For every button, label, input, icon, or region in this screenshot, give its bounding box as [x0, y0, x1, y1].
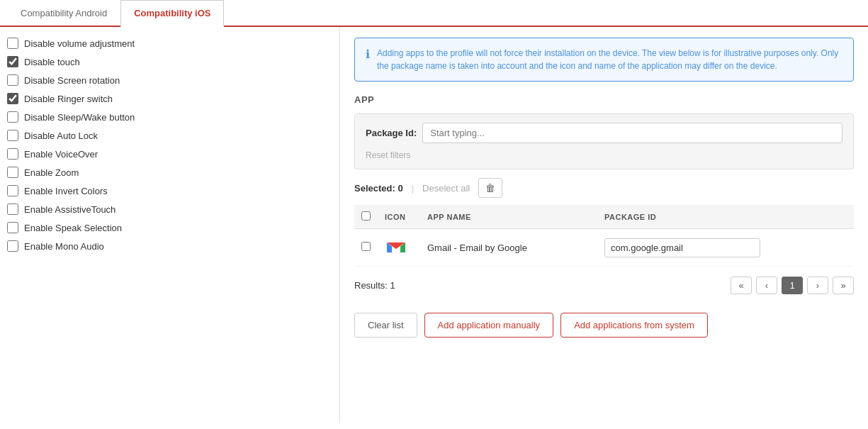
- checkbox-item-disable_auto_lock: Disable Auto Lock: [7, 130, 332, 141]
- label-disable_volume: Disable volume adjustment: [24, 38, 135, 49]
- checkbox-item-enable_assistivetouch: Enable AssistiveTouch: [7, 204, 332, 215]
- delete-selected-button[interactable]: 🗑: [478, 178, 502, 198]
- checkbox-item-enable_zoom: Enable Zoom: [7, 167, 332, 178]
- checkbox-enable_voiceover[interactable]: [7, 148, 18, 160]
- selection-bar: Selected: 0 | Deselect all 🗑: [354, 178, 854, 198]
- label-enable_assistivetouch: Enable AssistiveTouch: [24, 204, 115, 215]
- checkbox-enable_assistivetouch[interactable]: [7, 204, 18, 215]
- col-header-pkgid: PACKAGE ID: [597, 205, 854, 229]
- results-count-val: 1: [390, 280, 395, 291]
- checkbox-enable_speak_selection[interactable]: [7, 222, 18, 233]
- checkbox-disable_ringer_switch[interactable]: [7, 93, 18, 104]
- deselect-all-button[interactable]: Deselect all: [422, 183, 470, 194]
- col-header-check: [354, 205, 378, 229]
- selected-count: Selected: 0: [354, 183, 403, 194]
- table-header-row: ICON APP NAME PACKAGE ID: [354, 205, 854, 229]
- checkbox-disable_screen_rotation[interactable]: [7, 74, 18, 86]
- checkbox-item-enable_voiceover: Enable VoiceOver: [7, 148, 332, 160]
- app-table: ICON APP NAME PACKAGE ID Gmail - Email b…: [354, 205, 854, 267]
- gmail-icon: [385, 236, 407, 259]
- tab-bar: Compatibility Android Compatibility iOS: [0, 0, 868, 27]
- checkbox-disable_auto_lock[interactable]: [7, 130, 18, 141]
- checkbox-disable_sleep_wake[interactable]: [7, 111, 18, 123]
- label-disable_sleep_wake: Disable Sleep/Wake button: [24, 112, 135, 123]
- label-disable_touch: Disable touch: [24, 57, 80, 67]
- checkbox-item-disable_screen_rotation: Disable Screen rotation: [7, 74, 332, 86]
- checkbox-enable_zoom[interactable]: [7, 167, 18, 178]
- checkbox-item-enable_invert_colors: Enable Invert Colors: [7, 185, 332, 196]
- table-row: Gmail - Email by Google: [354, 229, 854, 267]
- checkbox-item-disable_touch: Disable touch: [7, 56, 332, 67]
- label-disable_screen_rotation: Disable Screen rotation: [24, 75, 120, 86]
- page-last-button[interactable]: »: [833, 277, 854, 294]
- info-icon: ℹ: [366, 48, 370, 72]
- pagination-area: Results: 1 « ‹ 1 › »: [354, 277, 854, 294]
- selected-label: Selected:: [354, 183, 395, 194]
- trash-icon: 🗑: [485, 182, 495, 194]
- selected-count-value: 0: [398, 183, 402, 194]
- label-enable_voiceover: Enable VoiceOver: [24, 149, 98, 160]
- reset-filters-link[interactable]: Reset filters: [366, 150, 410, 160]
- left-panel: Disable volume adjustmentDisable touchDi…: [0, 27, 340, 423]
- label-enable_zoom: Enable Zoom: [24, 167, 79, 178]
- info-box: ℹ Adding apps to the profile will not fo…: [354, 38, 854, 82]
- app-icon-cell: [378, 229, 420, 267]
- checkbox-item-disable_volume: Disable volume adjustment: [7, 38, 332, 49]
- select-all-checkbox[interactable]: [361, 211, 371, 221]
- checkbox-item-enable_mono_audio: Enable Mono Audio: [7, 240, 332, 252]
- checkbox-disable_volume[interactable]: [7, 38, 18, 49]
- label-disable_auto_lock: Disable Auto Lock: [24, 130, 98, 141]
- checkbox-item-disable_ringer_switch: Disable Ringer switch: [7, 93, 332, 104]
- section-title: APP: [354, 94, 854, 105]
- checkbox-enable_invert_colors[interactable]: [7, 185, 18, 196]
- checkbox-item-disable_sleep_wake: Disable Sleep/Wake button: [7, 111, 332, 123]
- row-checkbox[interactable]: [361, 242, 371, 251]
- checkbox-enable_mono_audio[interactable]: [7, 240, 18, 252]
- package-id-label: Package Id:: [366, 128, 417, 138]
- label-enable_speak_selection: Enable Speak Selection: [24, 223, 122, 233]
- clear-list-button[interactable]: Clear list: [354, 313, 417, 338]
- separator: |: [412, 183, 414, 194]
- filter-row: Package Id:: [366, 123, 842, 143]
- page-1-button[interactable]: 1: [782, 277, 803, 294]
- checkbox-disable_touch[interactable]: [7, 56, 18, 67]
- label-disable_ringer_switch: Disable Ringer switch: [24, 94, 113, 104]
- results-text: Results: 1: [354, 280, 395, 291]
- filter-box: Package Id: Reset filters: [354, 113, 854, 169]
- tab-ios[interactable]: Compatibility iOS: [120, 0, 224, 27]
- package-id-input[interactable]: [422, 123, 842, 143]
- package-id-cell: [597, 229, 854, 267]
- package-id-field[interactable]: [604, 238, 760, 257]
- info-text: Adding apps to the profile will not forc…: [377, 47, 842, 72]
- checkbox-item-enable_speak_selection: Enable Speak Selection: [7, 222, 332, 233]
- right-panel: ℹ Adding apps to the profile will not fo…: [340, 27, 868, 423]
- col-header-icon: ICON: [378, 205, 420, 229]
- page-prev-button[interactable]: ‹: [756, 277, 777, 294]
- app-table-body: Gmail - Email by Google: [354, 229, 854, 267]
- add-applications-from-system-button[interactable]: Add applications from system: [560, 313, 708, 338]
- results-label: Results:: [354, 280, 388, 291]
- page-next-button[interactable]: ›: [807, 277, 828, 294]
- label-enable_mono_audio: Enable Mono Audio: [24, 241, 104, 252]
- main-layout: Disable volume adjustmentDisable touchDi…: [0, 27, 868, 423]
- tab-android[interactable]: Compatibility Android: [7, 0, 120, 27]
- bottom-actions: Clear list Add application manually Add …: [354, 306, 854, 338]
- app-name-cell: Gmail - Email by Google: [420, 229, 597, 267]
- page-first-button[interactable]: «: [731, 277, 752, 294]
- add-application-manually-button[interactable]: Add application manually: [424, 313, 554, 338]
- label-enable_invert_colors: Enable Invert Colors: [24, 186, 108, 196]
- col-header-appname: APP NAME: [420, 205, 597, 229]
